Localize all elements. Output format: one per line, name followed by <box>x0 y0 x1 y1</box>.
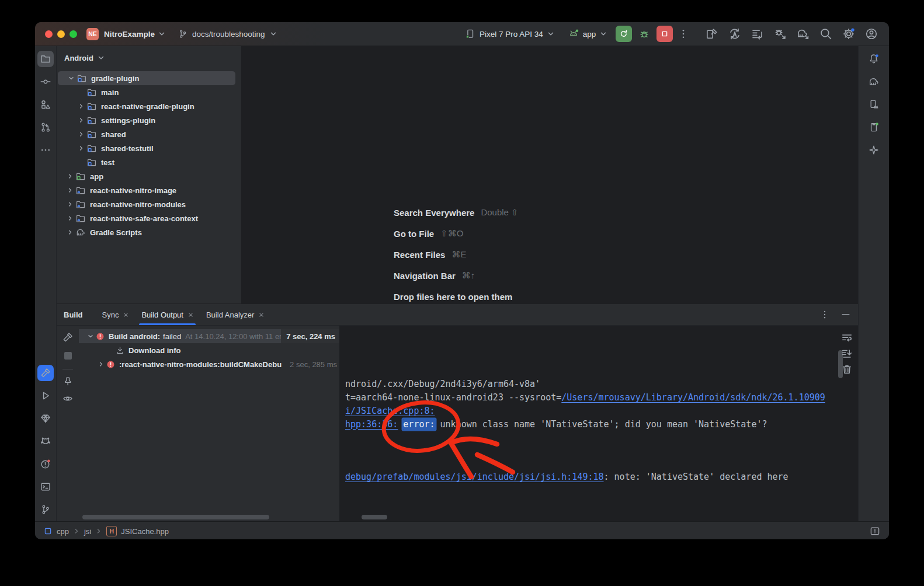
panel-options-button[interactable] <box>819 309 830 320</box>
console-text: : note: 'NativeState' declared here <box>604 472 788 482</box>
tool-notifications[interactable] <box>866 51 882 67</box>
tab-build-analyzer[interactable]: Build Analyzer <box>200 304 270 325</box>
gradle-sync-button[interactable] <box>796 27 810 41</box>
project-tree-item-shared[interactable]: shared <box>57 127 241 141</box>
chevron-right-icon[interactable] <box>65 215 75 222</box>
tool-app-insights[interactable] <box>37 410 54 427</box>
tool-logcat[interactable] <box>37 433 54 449</box>
soft-wrap-button[interactable] <box>840 332 853 344</box>
event-log-icon[interactable] <box>869 525 881 537</box>
minimize-window-button[interactable] <box>57 30 65 38</box>
tab-sync[interactable]: Sync <box>96 304 136 325</box>
terminal-icon <box>40 481 51 493</box>
stop-build-button[interactable] <box>64 352 72 360</box>
tree-item-label: react-native-safe-area-context <box>90 214 198 223</box>
ai-actions-button[interactable] <box>728 27 742 41</box>
chevron-down-icon[interactable] <box>86 333 95 340</box>
chevron-down-icon[interactable] <box>66 75 77 82</box>
chevron-right-icon[interactable] <box>76 131 86 138</box>
breadcrumb-cpp[interactable]: cpp <box>57 527 69 536</box>
branch-name: docs/troubleshooting <box>192 30 265 39</box>
more-actions-button[interactable] <box>678 28 689 40</box>
attach-debugger-button[interactable] <box>773 27 787 41</box>
chevron-right-icon[interactable] <box>96 361 106 368</box>
tool-gemini[interactable] <box>866 142 882 158</box>
close-icon[interactable] <box>188 312 193 318</box>
console-file-link[interactable]: i/JSICache.cpp:8: <box>345 406 435 416</box>
horizontal-scrollbar[interactable] <box>362 515 387 519</box>
project-tree-item-react-native-gradle-plugin[interactable]: react-native-gradle-plugin <box>57 99 241 113</box>
chevron-right-icon[interactable] <box>76 103 86 110</box>
tool-run[interactable] <box>37 388 54 404</box>
breadcrumb-jsi[interactable]: jsi <box>84 527 91 536</box>
chevron-right-icon[interactable] <box>76 145 86 152</box>
project-tree-item-gradle-plugin[interactable]: gradle-plugin <box>58 71 235 85</box>
rerun-button[interactable] <box>616 26 632 42</box>
hide-panel-button[interactable] <box>840 309 851 320</box>
horizontal-scrollbar[interactable] <box>82 515 269 519</box>
tool-pull-requests[interactable] <box>37 119 54 135</box>
close-icon[interactable] <box>123 312 128 318</box>
chevron-right-icon[interactable] <box>76 117 86 124</box>
tool-commit[interactable] <box>37 74 54 90</box>
chevron-right-icon[interactable] <box>65 187 75 194</box>
console-file-link[interactable]: /Users/mrousavy/Library/Android/sdk/ndk/… <box>561 392 825 403</box>
project-view-selector[interactable]: Android <box>64 54 93 62</box>
vcs-branch-widget[interactable]: docs/troubleshooting <box>178 29 277 39</box>
run-config-selector[interactable]: app <box>583 30 596 39</box>
build-panel-title: Build <box>64 311 83 319</box>
project-tree-item-gradle-scripts[interactable]: Gradle Scripts <box>57 225 241 239</box>
settings-button[interactable] <box>842 27 856 41</box>
zoom-window-button[interactable] <box>70 30 77 38</box>
breadcrumb-file[interactable]: JSICache.hpp <box>121 527 169 536</box>
pin-tab-button[interactable] <box>62 376 74 388</box>
build-tree-item-build-android[interactable]: Build android:failedAt 14.10.24, 12:00 w… <box>79 329 339 343</box>
project-tree-item-main[interactable]: main <box>57 85 241 99</box>
view-options-button[interactable] <box>62 393 74 404</box>
restart-build-button[interactable] <box>62 332 74 343</box>
project-tree-item-app[interactable]: app <box>57 169 241 183</box>
stop-button[interactable] <box>656 26 673 42</box>
chevron-right-icon[interactable] <box>65 201 75 208</box>
editor-shortcut-hints: Search EverywhereDouble ⇧Go to File⇧⌘ORe… <box>394 202 519 307</box>
project-tree-item-react-native-safe-area-context[interactable]: react-native-safe-area-context <box>57 211 241 225</box>
close-window-button[interactable] <box>45 30 53 38</box>
tab-build-output[interactable]: Build Output <box>135 304 200 325</box>
chevron-glyph <box>68 75 75 82</box>
account-button[interactable] <box>864 27 878 41</box>
shortcut-hint-search-everywhere: Search EverywhereDouble ⇧ <box>394 202 519 223</box>
clear-console-button[interactable] <box>840 363 853 376</box>
tool-problems[interactable] <box>37 456 54 472</box>
build-tree-item-react-native-nitro-modules-buildcmakedebu[interactable]: :react-native-nitro-modules:buildCMakeDe… <box>79 357 339 371</box>
console-file-link[interactable]: debug/prefab/modules/jsi/include/jsi/jsi… <box>345 472 604 482</box>
console-file-link[interactable]: hpp:36:36: <box>345 419 398 430</box>
tool-project[interactable] <box>37 51 54 67</box>
tool-resource-manager[interactable] <box>37 96 54 113</box>
libfolder-icon <box>75 185 86 196</box>
tool-version-control[interactable] <box>37 501 54 518</box>
device-selector[interactable]: Pixel 7 Pro API 34 <box>480 30 543 39</box>
elephant-icon <box>75 227 86 238</box>
project-tree-item-shared-testutil[interactable]: shared-testutil <box>57 141 241 155</box>
search-everywhere-button[interactable] <box>819 27 833 41</box>
chevron-right-icon[interactable] <box>65 173 75 180</box>
chevron-right-icon[interactable] <box>65 229 75 236</box>
project-name[interactable]: NitroExample <box>104 30 155 39</box>
tool-device-manager[interactable] <box>866 96 882 113</box>
tool-running-devices[interactable] <box>866 119 882 135</box>
debug-button[interactable] <box>638 27 651 40</box>
scroll-to-end-button[interactable] <box>840 347 853 360</box>
build-tree-item-download-info[interactable]: Download info <box>79 343 339 357</box>
tool-terminal[interactable] <box>37 479 54 495</box>
project-tree-item-react-native-nitro-image[interactable]: react-native-nitro-image <box>57 183 241 197</box>
project-tree-item-react-native-nitro-modules[interactable]: react-native-nitro-modules <box>57 197 241 211</box>
tool-more[interactable] <box>37 142 54 158</box>
project-tree-item-settings-plugin[interactable]: settings-plugin <box>57 113 241 127</box>
profiler-button[interactable] <box>751 27 765 41</box>
project-tree-item-test[interactable]: test <box>57 155 241 169</box>
close-icon[interactable] <box>259 312 264 318</box>
tool-build[interactable] <box>37 365 54 381</box>
status-bar: cpp jsi H JSICache.hpp <box>35 521 889 539</box>
build-variants-button[interactable] <box>705 27 719 41</box>
tool-gradle[interactable] <box>866 74 882 90</box>
